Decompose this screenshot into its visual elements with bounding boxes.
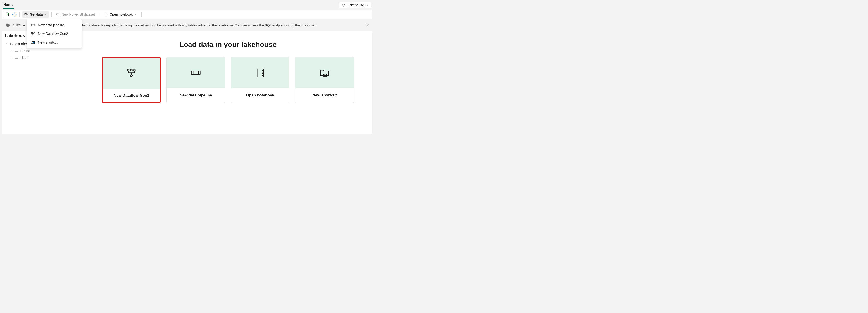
- tab-bar: Home Lakehouse: [0, 0, 374, 9]
- svg-point-8: [58, 14, 59, 14]
- toolbar: Get data New Power BI dataset Open noteb…: [2, 10, 372, 19]
- card-new-dataflow-gen2[interactable]: New Dataflow Gen2: [102, 57, 161, 103]
- shortcut-icon: [319, 67, 330, 78]
- card-row: New Dataflow Gen2 New data pipeline: [89, 57, 367, 103]
- chevron-down-icon: [10, 49, 13, 52]
- svg-rect-31: [257, 69, 263, 77]
- open-notebook-label: Open notebook: [110, 12, 133, 17]
- close-icon[interactable]: [366, 24, 370, 27]
- dataflow-icon: [30, 31, 35, 36]
- svg-point-1: [14, 14, 15, 15]
- card-new-shortcut[interactable]: New shortcut: [295, 57, 354, 103]
- card-new-data-pipeline[interactable]: New data pipeline: [166, 57, 225, 103]
- card-icon-area: [231, 57, 289, 88]
- info-icon: i: [6, 23, 10, 27]
- menu-item-label: New data pipeline: [38, 23, 65, 27]
- new-powerbi-dataset-button: New Power BI dataset: [54, 11, 97, 18]
- svg-rect-6: [57, 13, 60, 16]
- refresh-icon[interactable]: [5, 12, 10, 17]
- card-icon-area: [167, 57, 225, 88]
- card-open-notebook[interactable]: Open notebook: [231, 57, 289, 103]
- svg-point-18: [34, 32, 34, 33]
- notebook-icon: [104, 12, 108, 17]
- get-data-label: Get data: [30, 12, 43, 17]
- chevron-down-icon: [10, 56, 13, 59]
- menu-new-data-pipeline[interactable]: New data pipeline: [27, 21, 82, 29]
- svg-point-26: [133, 69, 135, 71]
- mode-switch-label: Lakehouse: [347, 3, 364, 7]
- svg-point-25: [130, 69, 132, 71]
- info-text-prefix: A SQL e: [12, 23, 25, 27]
- database-icon: [24, 12, 28, 17]
- tree-node-label: Files: [20, 56, 27, 60]
- svg-point-24: [127, 69, 129, 71]
- folder-icon: [14, 49, 18, 53]
- svg-point-10: [58, 15, 59, 16]
- svg-text:i: i: [8, 24, 8, 27]
- card-label: New shortcut: [296, 88, 354, 102]
- chevron-down-icon: [6, 42, 9, 45]
- folder-icon: [14, 56, 18, 60]
- main-panel: Load data in your lakehouse New Dataflow…: [84, 31, 372, 134]
- info-text-rest: efault dataset for reporting is being cr…: [80, 23, 317, 27]
- card-icon-area: [296, 57, 354, 88]
- svg-point-27: [130, 75, 132, 77]
- new-dataset-label: New Power BI dataset: [62, 12, 95, 17]
- card-label: Open notebook: [231, 88, 289, 102]
- open-notebook-button[interactable]: Open notebook: [102, 11, 139, 18]
- lakehouse-mode-switch[interactable]: Lakehouse: [339, 2, 371, 8]
- svg-rect-28: [191, 71, 200, 75]
- shortcut-icon: [30, 40, 35, 45]
- tree-node-label: Tables: [20, 49, 30, 53]
- toolbar-separator: [99, 12, 99, 17]
- main-heading: Load data in your lakehouse: [89, 40, 367, 49]
- notebook-icon: [255, 67, 266, 78]
- toolbar-separator: [141, 12, 142, 17]
- menu-item-label: New shortcut: [38, 40, 58, 44]
- get-data-dropdown: New data pipeline New Dataflow Gen2 New …: [27, 19, 82, 48]
- menu-new-dataflow-gen2[interactable]: New Dataflow Gen2: [27, 29, 82, 38]
- card-label: New Dataflow Gen2: [102, 88, 160, 103]
- card-icon-area: [102, 58, 160, 88]
- svg-point-17: [32, 32, 33, 33]
- svg-rect-0: [6, 13, 8, 16]
- chevron-down-icon: [366, 4, 369, 6]
- pipeline-icon: [190, 67, 201, 78]
- svg-point-9: [57, 15, 58, 16]
- menu-new-shortcut[interactable]: New shortcut: [27, 38, 82, 47]
- svg-point-2: [25, 13, 27, 14]
- svg-rect-13: [31, 24, 35, 26]
- chevron-down-icon: [44, 13, 47, 16]
- menu-item-label: New Dataflow Gen2: [38, 32, 68, 36]
- svg-point-16: [31, 32, 32, 33]
- svg-point-19: [32, 34, 33, 35]
- settings-gear-icon[interactable]: [12, 12, 17, 17]
- dataset-icon: [56, 12, 60, 17]
- get-data-button[interactable]: Get data: [22, 11, 49, 18]
- tree-node-files[interactable]: Files: [4, 54, 82, 61]
- tab-home[interactable]: Home: [3, 1, 14, 9]
- dataflow-icon: [126, 68, 137, 79]
- pipeline-icon: [30, 23, 35, 27]
- svg-point-7: [57, 14, 58, 14]
- lakehouse-icon: [342, 3, 345, 7]
- chevron-down-icon: [134, 13, 137, 16]
- card-label: New data pipeline: [167, 88, 225, 102]
